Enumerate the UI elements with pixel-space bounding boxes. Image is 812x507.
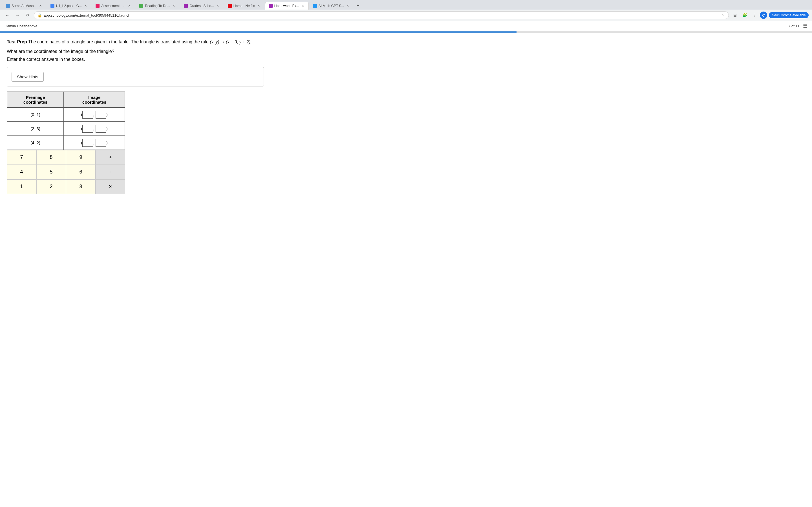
image-input-2b[interactable] xyxy=(96,125,106,133)
coordinates-table: Preimagecoordinates Imagecoordinates (0,… xyxy=(7,92,125,150)
tab-label: U1_L2.pptx - G... xyxy=(56,4,82,8)
image-coord-1: (, ) xyxy=(64,108,125,122)
tab-favicon xyxy=(96,4,100,8)
tab-favicon xyxy=(50,4,54,8)
tab-homework[interactable]: Homework: Ex... ✕ xyxy=(265,2,309,10)
keypad-1[interactable]: 1 xyxy=(7,179,36,194)
image-input-1a[interactable] xyxy=(82,111,93,119)
tab-label: AI Math GPT S... xyxy=(319,4,344,8)
formula: (x, y) → (x − 3, y + 2). xyxy=(210,40,251,44)
sub-question: What are the coordinates of the image of… xyxy=(7,49,264,54)
tab-close-icon[interactable]: ✕ xyxy=(127,4,132,8)
toolbar-icons: ⊞ 🧩 ⋮ C New Chrome available xyxy=(731,11,809,19)
tab-favicon xyxy=(184,4,188,8)
tab-reading[interactable]: Reading To Do... ✕ xyxy=(136,2,180,10)
star-icon[interactable]: ☆ xyxy=(720,13,725,18)
table-row: (2, 3) (, ) xyxy=(7,122,125,136)
keypad-3[interactable]: 3 xyxy=(66,179,96,194)
tab-label: Home - Netflix xyxy=(234,4,255,8)
keypad-container: 7 8 9 + 4 5 6 - 1 2 3 × xyxy=(7,150,125,194)
keypad-plus[interactable]: + xyxy=(96,150,125,165)
puzzle-button[interactable]: 🧩 xyxy=(741,11,749,19)
tab-label: Assessment - ... xyxy=(101,4,125,8)
tab-favicon xyxy=(313,4,317,8)
hints-box: Show Hints xyxy=(7,67,264,87)
keypad-5[interactable]: 5 xyxy=(36,165,66,179)
reload-button[interactable]: ↻ xyxy=(24,11,32,19)
keypad-9[interactable]: 9 xyxy=(66,150,96,165)
tab-grades[interactable]: Grades | Scho... ✕ xyxy=(180,2,223,10)
tab-u1l2[interactable]: U1_L2.pptx - G... ✕ xyxy=(47,2,91,10)
show-hints-button[interactable]: Show Hints xyxy=(11,72,44,82)
image-input-2a[interactable] xyxy=(82,125,93,133)
page-counter: 7 of 11 xyxy=(788,24,800,28)
keypad-7[interactable]: 7 xyxy=(7,150,36,165)
address-bar-row: ← → ↻ 🔒 app.schoology.com/external_tool/… xyxy=(0,10,812,21)
extensions-button[interactable]: ⊞ xyxy=(731,11,739,19)
tab-favicon xyxy=(139,4,143,8)
image-input-1b[interactable] xyxy=(96,111,106,119)
image-coord-3: (, ) xyxy=(64,136,125,150)
tab-bar: Surah Al-Masa... ✕ U1_L2.pptx - G... ✕ A… xyxy=(0,0,812,10)
tab-close-icon[interactable]: ✕ xyxy=(84,4,88,8)
instruction-text: Enter the correct answers in the boxes. xyxy=(7,57,264,62)
col-preimage-header: Preimagecoordinates xyxy=(7,92,64,108)
browser-chrome: Surah Al-Masa... ✕ U1_L2.pptx - G... ✕ A… xyxy=(0,0,812,21)
tab-favicon xyxy=(6,4,10,8)
tab-label: Reading To Do... xyxy=(145,4,170,8)
user-name: Camila Doszhanova xyxy=(4,24,37,28)
table-row: (0, 1) (, ) xyxy=(7,108,125,122)
keypad-row-3: 1 2 3 × xyxy=(7,179,125,194)
tab-close-icon[interactable]: ✕ xyxy=(216,4,220,8)
image-input-3a[interactable] xyxy=(82,139,93,147)
question-text: Test Prep The coordinates of a triangle … xyxy=(7,38,264,46)
tab-close-icon[interactable]: ✕ xyxy=(38,4,43,8)
new-chrome-badge[interactable]: New Chrome available xyxy=(769,12,809,18)
list-view-icon[interactable]: ☰ xyxy=(803,23,808,29)
address-icons: ☆ xyxy=(720,13,725,18)
url-text: app.schoology.com/external_tool/30594451… xyxy=(44,13,718,17)
tab-close-icon[interactable]: ✕ xyxy=(172,4,176,8)
keypad-row-1: 7 8 9 + xyxy=(7,150,125,165)
page-header: Camila Doszhanova 7 of 11 ☰ xyxy=(0,21,812,31)
question-body: The coordinates of a triangle are given … xyxy=(27,40,210,44)
keypad-6[interactable]: 6 xyxy=(66,165,96,179)
tab-netflix[interactable]: Home - Netflix ✕ xyxy=(224,2,264,10)
preimage-coord-2: (2, 3) xyxy=(7,122,64,136)
keypad-row-2: 4 5 6 - xyxy=(7,165,125,179)
tab-assessment[interactable]: Assessment - ... ✕ xyxy=(92,2,135,10)
image-coord-2: (, ) xyxy=(64,122,125,136)
tab-close-icon[interactable]: ✕ xyxy=(301,4,305,8)
keypad-multiply[interactable]: × xyxy=(96,179,125,194)
menu-button[interactable]: ⋮ xyxy=(750,11,758,19)
forward-button[interactable]: → xyxy=(13,11,21,19)
tab-label: Surah Al-Masa... xyxy=(11,4,37,8)
header-right: 7 of 11 ☰ xyxy=(788,23,808,29)
image-input-3b[interactable] xyxy=(96,139,106,147)
new-tab-button[interactable]: + xyxy=(354,2,362,9)
profile-avatar[interactable]: C xyxy=(760,11,767,19)
keypad-4[interactable]: 4 xyxy=(7,165,36,179)
preimage-coord-3: (4, 2) xyxy=(7,136,64,150)
keypad-8[interactable]: 8 xyxy=(36,150,66,165)
col-image-header: Imagecoordinates xyxy=(64,92,125,108)
table-row: (4, 2) (, ) xyxy=(7,136,125,150)
keypad-minus[interactable]: - xyxy=(96,165,125,179)
tab-surah[interactable]: Surah Al-Masa... ✕ xyxy=(2,2,46,10)
back-button[interactable]: ← xyxy=(3,11,11,19)
tab-favicon xyxy=(269,4,273,8)
preimage-coord-1: (0, 1) xyxy=(7,108,64,122)
tab-close-icon[interactable]: ✕ xyxy=(257,4,261,8)
keypad-2[interactable]: 2 xyxy=(36,179,66,194)
tab-aimath[interactable]: AI Math GPT S... ✕ xyxy=(309,2,354,10)
address-bar[interactable]: 🔒 app.schoology.com/external_tool/305944… xyxy=(34,11,729,19)
tab-label: Homework: Ex... xyxy=(274,4,299,8)
tab-close-icon[interactable]: ✕ xyxy=(346,4,350,8)
main-content: Test Prep The coordinates of a triangle … xyxy=(0,33,271,200)
tab-favicon xyxy=(228,4,232,8)
tab-label: Grades | Scho... xyxy=(190,4,214,8)
test-prep-label: Test Prep xyxy=(7,40,27,44)
